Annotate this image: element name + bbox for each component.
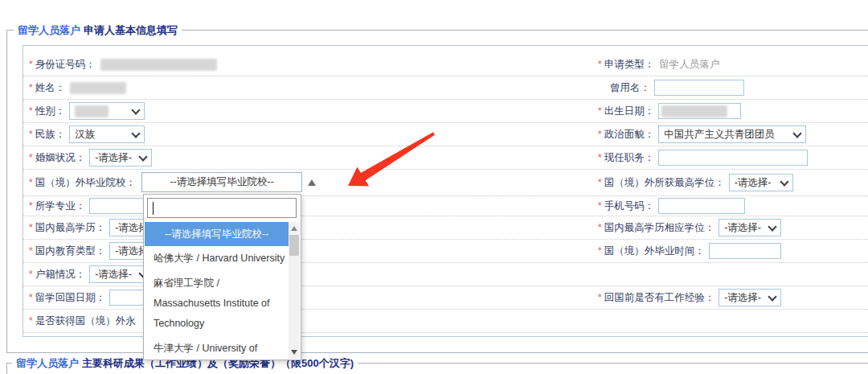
field-label: 国（境）外所获最高学位：	[604, 176, 725, 190]
field-label: 手机号码：	[604, 199, 655, 213]
dropdown-scrollbar[interactable]	[289, 222, 300, 359]
field-label: 国内最高学历相应学位：	[604, 221, 715, 235]
required-marker: *	[29, 245, 33, 257]
id-number-redacted-value	[100, 59, 217, 71]
required-marker: *	[29, 200, 33, 212]
field-label: 国内最高学历：	[35, 221, 106, 235]
section-research-achievements: 留学人员落户主要科研成果（工作业绩）及（奖励荣誉）（限500个汉字)	[6, 363, 868, 374]
required-marker: *	[29, 292, 33, 303]
chevron-down-icon	[132, 129, 141, 138]
birth-date-input[interactable]	[658, 103, 741, 119]
ethnicity-value: 汉族	[75, 128, 95, 142]
required-marker: *	[29, 177, 33, 188]
current-position-input[interactable]	[658, 150, 808, 166]
field-label: 出生日期：	[604, 105, 655, 118]
field-label: 国（境）外毕业时间：	[604, 245, 705, 258]
field-label: 国（境）外毕业院校：	[35, 176, 136, 190]
form-row: * 姓名： 曾用名：	[23, 76, 868, 100]
overseas-school-combobox-value: --请选择填写毕业院校--	[170, 175, 273, 189]
chevron-down-icon	[139, 152, 148, 161]
form-row: * 性别： * 出生日期：	[23, 100, 868, 123]
section1-legend: 留学人员落户申请人基本信息填写	[14, 23, 182, 38]
field-label: 回国前是否有工作经验：	[604, 291, 715, 305]
scroll-up-icon[interactable]	[291, 226, 297, 231]
field-label: 政治面貌：	[604, 128, 655, 142]
marital-status-value: -请选择-	[95, 151, 132, 165]
form-row: * 婚姻状况： -请选择- * 现任职务：	[23, 146, 868, 170]
household-registration-value: -请选择-	[95, 268, 132, 282]
required-marker: *	[29, 82, 33, 93]
form-row: * 民族： 汉族 * 政治面貌： 中国共产主义共青团团员	[23, 123, 868, 146]
marital-status-select[interactable]: -请选择-	[89, 149, 152, 166]
field-label: 现任职务：	[604, 151, 655, 165]
section1-legend-prefix: 留学人员落户	[18, 24, 80, 36]
chevron-down-icon	[780, 177, 788, 186]
section-basic-info: 留学人员落户申请人基本信息填写 * 身份证号码： * 申请类型： 留学人员落户 …	[6, 30, 868, 353]
section1-legend-title: 申请人基本信息填写	[84, 24, 178, 36]
required-marker: *	[598, 105, 602, 117]
field-label: 姓名：	[35, 81, 66, 95]
overseas-degree-value: -请选择-	[735, 176, 772, 190]
birth-date-redacted-value	[661, 105, 727, 117]
school-option-harvard[interactable]: 哈佛大学 / Harvard University	[145, 246, 289, 271]
overseas-degree-select[interactable]: -请选择-	[729, 174, 793, 191]
political-status-value: 中国共产主义共青团团员	[664, 128, 775, 142]
overseas-graduation-time-input[interactable]	[709, 243, 781, 259]
form-row: * 身份证号码： * 申请类型： 留学人员落户	[23, 53, 868, 76]
field-label: 民族：	[35, 128, 66, 142]
required-marker: *	[29, 269, 33, 280]
name-redacted-value	[70, 82, 126, 94]
application-type-value: 留学人员落户	[659, 58, 719, 72]
field-label: 户籍情况：	[35, 268, 86, 282]
school-option-list: --请选择填写毕业院校-- 哈佛大学 / Harvard University …	[145, 222, 289, 359]
school-option-mit[interactable]: 麻省理工学院 / Massachusetts Institute of Tech…	[145, 271, 289, 336]
text-caret	[153, 202, 154, 215]
required-marker: *	[29, 129, 33, 140]
school-option-oxford[interactable]: 牛津大学 / University of Oxford	[145, 336, 289, 359]
required-marker: *	[598, 222, 602, 233]
political-status-select[interactable]: 中国共产主义共青团团员	[658, 125, 806, 143]
required-marker: *	[29, 152, 33, 163]
work-experience-value: -请选择-	[724, 291, 761, 305]
required-marker: *	[29, 105, 33, 117]
overseas-school-dropdown-panel: --请选择填写毕业院校-- 哈佛大学 / Harvard University …	[143, 194, 301, 360]
required-marker: *	[598, 200, 602, 212]
required-marker: *	[29, 222, 33, 233]
overseas-school-combobox[interactable]: --请选择填写毕业院校--	[141, 172, 302, 192]
field-label: 所学专业：	[35, 199, 86, 213]
domestic-degree-select[interactable]: -请选择-	[719, 219, 781, 236]
required-marker: *	[598, 152, 602, 163]
chevron-down-icon	[132, 105, 141, 114]
field-label: 是否获得国（境）外永	[35, 314, 136, 328]
school-option-placeholder[interactable]: --请选择填写毕业院校--	[145, 222, 289, 246]
work-experience-select[interactable]: -请选择-	[719, 289, 781, 306]
required-marker: *	[29, 59, 33, 70]
chevron-down-icon	[768, 222, 777, 231]
field-label: 性别：	[35, 105, 66, 118]
ethnicity-select[interactable]: 汉族	[69, 125, 145, 143]
school-search-input[interactable]	[147, 198, 297, 218]
required-marker: *	[598, 177, 602, 188]
required-marker: *	[598, 129, 602, 140]
combobox-toggle-arrow-icon[interactable]	[308, 179, 316, 186]
field-label: 曾用名：	[610, 81, 650, 95]
mobile-number-input[interactable]	[658, 198, 745, 214]
chevron-down-icon	[793, 129, 802, 138]
field-label: 申请类型：	[604, 58, 655, 72]
chevron-down-icon	[768, 292, 777, 301]
section2-legend-prefix: 留学人员落户	[16, 357, 79, 369]
gender-redacted-value	[75, 105, 108, 117]
scroll-down-icon[interactable]	[291, 350, 297, 355]
field-label: 留学回国日期：	[35, 291, 106, 305]
field-label: 婚姻状况：	[35, 151, 86, 165]
page: 留学人员落户申请人基本信息填写 * 身份证号码： * 申请类型： 留学人员落户 …	[0, 0, 868, 374]
field-label: 国内教育类型：	[35, 245, 106, 258]
scrollbar-thumb[interactable]	[289, 235, 299, 256]
required-marker: *	[29, 315, 33, 327]
field-label: 身份证号码：	[35, 58, 96, 72]
gender-select[interactable]	[69, 102, 145, 120]
required-marker: *	[598, 292, 602, 303]
required-marker: *	[598, 59, 602, 70]
former-name-input[interactable]	[654, 80, 744, 96]
required-marker: *	[598, 245, 602, 257]
